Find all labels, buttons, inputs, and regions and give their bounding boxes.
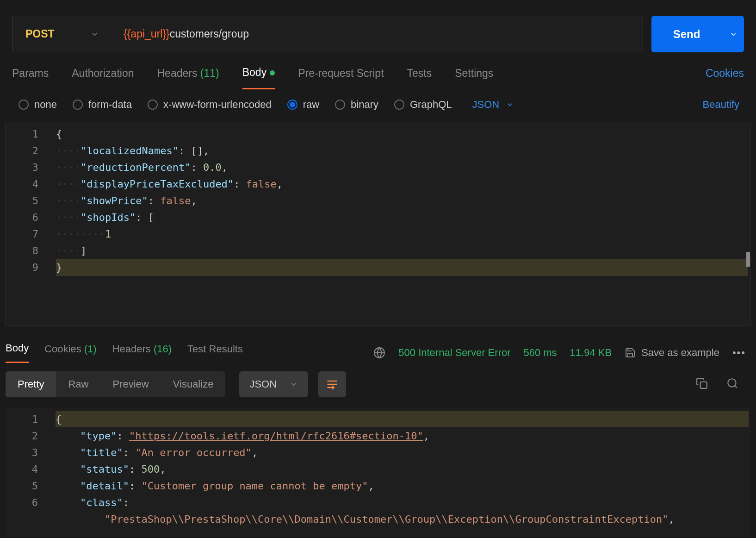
view-raw[interactable]: Raw [56, 371, 100, 397]
request-body-editor[interactable]: 123456789 { ····"localizedNames": [], ··… [6, 122, 750, 325]
line-gutter: 123456789 [6, 126, 49, 276]
tab-body[interactable]: Body [242, 66, 275, 89]
response-view-row: Pretty Raw Preview Visualize JSON [0, 363, 756, 397]
request-bar: POST {{api_url}}customers/group [12, 16, 643, 52]
status-code: 500 Internal Server Error [398, 347, 510, 359]
body-type-options: none form-data x-www-form-urlencoded raw… [0, 89, 756, 122]
response-gutter: 123456 [6, 411, 48, 511]
chevron-down-icon [91, 30, 99, 38]
tab-tests[interactable]: Tests [407, 67, 432, 89]
chevron-down-icon [506, 100, 514, 109]
radio-urlencoded[interactable]: x-www-form-urlencoded [148, 99, 272, 111]
response-time: 560 ms [523, 347, 557, 359]
wrap-lines-button[interactable] [318, 371, 346, 397]
search-icon[interactable] [726, 377, 738, 391]
radio-form-data[interactable]: form-data [73, 99, 132, 111]
send-button[interactable]: Send [651, 16, 722, 52]
url-variable: {{api_url}} [124, 28, 170, 40]
tab-params[interactable]: Params [12, 67, 49, 89]
wrap-icon [326, 378, 339, 391]
url-input[interactable]: {{api_url}}customers/group [114, 16, 643, 52]
request-tabs: Params Authorization Headers (11) Body P… [0, 52, 756, 89]
svg-line-6 [735, 386, 737, 388]
svg-point-5 [728, 379, 736, 387]
response-size: 11.94 KB [570, 347, 612, 359]
radio-binary[interactable]: binary [335, 99, 378, 111]
response-body-editor[interactable]: 123456 { "type": "https://tools.ietf.org… [6, 407, 750, 537]
tab-settings[interactable]: Settings [455, 67, 493, 89]
response-tab-tests[interactable]: Test Results [187, 343, 243, 363]
more-icon[interactable]: ••• [732, 347, 746, 359]
cookies-link[interactable]: Cookies [706, 67, 744, 89]
chevron-down-icon [729, 30, 737, 38]
save-icon [625, 347, 636, 358]
response-tab-headers[interactable]: Headers (16) [112, 343, 172, 363]
radio-none[interactable]: none [19, 99, 57, 111]
svg-rect-4 [700, 382, 707, 388]
radio-graphql[interactable]: GraphQL [394, 99, 452, 111]
response-tabs: Body Cookies (1) Headers (16) Test Resul… [0, 325, 756, 363]
save-as-example-button[interactable]: Save as example [625, 347, 719, 359]
raw-format-select[interactable]: JSON [472, 99, 514, 111]
http-method-label: POST [25, 28, 55, 40]
globe-icon[interactable] [373, 347, 385, 359]
response-tab-cookies[interactable]: Cookies (1) [44, 343, 97, 363]
modified-dot-icon [270, 70, 275, 75]
chevron-down-icon [290, 380, 298, 388]
code-content: { ····"localizedNames": [], ····"reducti… [56, 126, 747, 276]
view-visualize[interactable]: Visualize [161, 371, 226, 397]
copy-icon[interactable] [696, 377, 708, 391]
response-format-select[interactable]: JSON [239, 371, 308, 397]
view-preview[interactable]: Preview [100, 371, 161, 397]
tab-headers[interactable]: Headers (11) [157, 67, 219, 89]
beautify-button[interactable]: Beautify [703, 99, 740, 111]
tab-authorization[interactable]: Authorization [72, 67, 134, 89]
view-pretty[interactable]: Pretty [6, 371, 56, 397]
scroll-indicator [746, 252, 750, 267]
send-group: Send [651, 16, 744, 52]
tab-prereq[interactable]: Pre-request Script [298, 67, 384, 89]
response-tab-body[interactable]: Body [6, 342, 29, 363]
url-path: customers/group [170, 28, 249, 40]
http-method-select[interactable]: POST [12, 16, 114, 52]
radio-raw[interactable]: raw [287, 99, 319, 111]
view-mode-tabs: Pretty Raw Preview Visualize [6, 371, 225, 397]
response-code-content: { "type": "https://tools.ietf.org/html/r… [56, 411, 748, 528]
send-dropdown-button[interactable] [722, 16, 744, 52]
